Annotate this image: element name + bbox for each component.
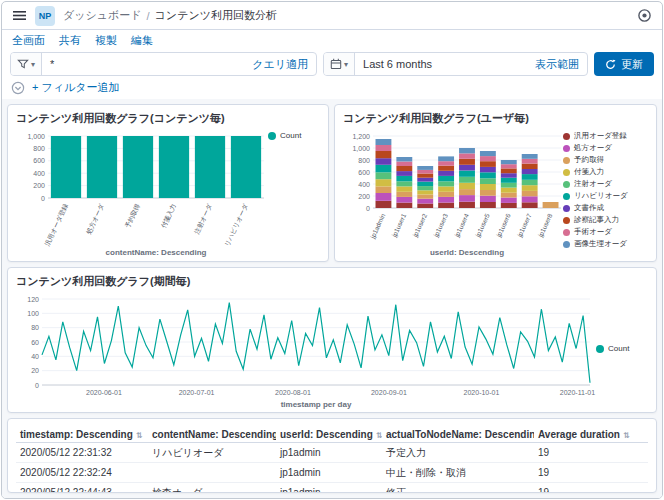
- bar-segment[interactable]: [480, 184, 496, 190]
- saved-query-menu-button[interactable]: ▾: [11, 53, 42, 75]
- bar-segment[interactable]: [376, 172, 392, 179]
- bar-segment[interactable]: [417, 166, 433, 170]
- table-row[interactable]: 2020/05/12 22:31:32リハビリオーダjp1admin予定入力19: [16, 443, 648, 463]
- bar-segment[interactable]: [417, 190, 433, 194]
- bar-segment[interactable]: [459, 153, 475, 158]
- bar-segment[interactable]: [376, 151, 392, 158]
- bar-segment[interactable]: [396, 186, 412, 191]
- bar-segment[interactable]: [522, 180, 538, 185]
- bar-segment[interactable]: [438, 171, 454, 176]
- bar-segment[interactable]: [480, 178, 496, 184]
- fullscreen-button[interactable]: 全画面: [12, 33, 45, 48]
- date-quick-menu-button[interactable]: ▾: [324, 53, 355, 75]
- bar-segment[interactable]: [522, 191, 538, 196]
- column-header[interactable]: contentName: Descending⇅: [148, 427, 276, 443]
- bar[interactable]: [87, 136, 117, 198]
- bar-segment[interactable]: [417, 182, 433, 187]
- user-menu-icon[interactable]: [637, 8, 652, 23]
- clone-button[interactable]: 複製: [95, 33, 117, 48]
- bar-segment[interactable]: [417, 204, 433, 209]
- time-range-value[interactable]: Last 6 months: [363, 58, 432, 70]
- apply-query-button[interactable]: クエリ適用: [252, 57, 308, 72]
- bar[interactable]: [231, 136, 261, 198]
- bar-segment[interactable]: [480, 161, 496, 167]
- bar-segment[interactable]: [417, 170, 433, 174]
- bar-segment[interactable]: [501, 198, 517, 203]
- bar-segment[interactable]: [480, 196, 496, 202]
- bar[interactable]: [123, 136, 153, 198]
- bar-segment[interactable]: [396, 157, 412, 162]
- legend-item[interactable]: 注射オーダ: [563, 179, 647, 189]
- bar-segment[interactable]: [522, 164, 538, 169]
- bar-segment[interactable]: [417, 174, 433, 178]
- bar-segment[interactable]: [459, 148, 475, 153]
- bar-segment[interactable]: [501, 183, 517, 188]
- bar-segment[interactable]: [459, 189, 475, 195]
- legend-item[interactable]: 文書作成: [563, 203, 647, 213]
- add-filter-button[interactable]: + フィルター追加: [32, 80, 120, 95]
- bar-segment[interactable]: [459, 159, 475, 165]
- bar-segment[interactable]: [501, 188, 517, 193]
- bar-segment[interactable]: [376, 158, 392, 165]
- bar-segment[interactable]: [522, 185, 538, 191]
- table-row[interactable]: 2020/05/12 22:44:43検査オーダjp1admin修正19: [16, 483, 648, 494]
- bar-segment[interactable]: [396, 162, 412, 167]
- bar-segment[interactable]: [396, 203, 412, 208]
- column-header[interactable]: timestamp: Descending⇅: [16, 427, 148, 443]
- legend-item[interactable]: リハビリオーダ: [563, 191, 647, 201]
- bar-segment[interactable]: [438, 203, 454, 208]
- bar-segment[interactable]: [438, 181, 454, 186]
- bar-segment[interactable]: [522, 159, 538, 164]
- bar-segment[interactable]: [459, 195, 475, 202]
- bar-segment[interactable]: [501, 168, 517, 173]
- legend-item[interactable]: 手術オーダ: [563, 227, 647, 237]
- bar-segment[interactable]: [522, 202, 538, 208]
- bar-segment[interactable]: [501, 178, 517, 183]
- legend-item[interactable]: 付箋入力: [563, 167, 647, 177]
- breadcrumb-dashboard[interactable]: ダッシュボード: [63, 8, 142, 23]
- bar-segment[interactable]: [417, 199, 433, 204]
- query-input[interactable]: *: [50, 58, 54, 70]
- legend-item[interactable]: Count: [268, 131, 320, 140]
- legend-item[interactable]: 処方オーダ: [563, 143, 647, 153]
- bar-segment[interactable]: [376, 139, 392, 145]
- bar-segment[interactable]: [522, 154, 538, 159]
- column-header[interactable]: Average duration⇅: [534, 427, 648, 443]
- bar-segment[interactable]: [417, 178, 433, 182]
- bar-segment[interactable]: [376, 193, 392, 201]
- bar-segment[interactable]: [501, 160, 517, 164]
- bar-segment[interactable]: [438, 166, 454, 171]
- edit-button[interactable]: 編集: [131, 33, 153, 48]
- bar-segment[interactable]: [376, 165, 392, 173]
- bar-segment[interactable]: [376, 145, 392, 151]
- bar-segment[interactable]: [459, 165, 475, 171]
- legend-item[interactable]: 予約取得: [563, 155, 647, 165]
- bar-segment[interactable]: [480, 202, 496, 208]
- bar-segment[interactable]: [522, 174, 538, 180]
- bar-segment[interactable]: [459, 171, 475, 177]
- bar-segment[interactable]: [438, 197, 454, 203]
- menu-icon[interactable]: [12, 9, 27, 22]
- legend-item[interactable]: 画像生理オーダ: [563, 239, 647, 249]
- bar-segment[interactable]: [501, 193, 517, 198]
- query-bar[interactable]: ▾ * クエリ適用: [10, 52, 317, 76]
- bar-segment[interactable]: [480, 156, 496, 161]
- bar-segment[interactable]: [396, 171, 412, 176]
- filter-options-button[interactable]: [11, 81, 25, 95]
- bar-segment[interactable]: [522, 169, 538, 174]
- bar-segment[interactable]: [376, 201, 392, 208]
- legend-item[interactable]: Count: [596, 344, 648, 353]
- refresh-button[interactable]: 更新: [594, 52, 654, 76]
- bar-segment[interactable]: [438, 156, 454, 161]
- bar-segment[interactable]: [480, 167, 496, 172]
- bar-segment[interactable]: [480, 172, 496, 178]
- bar[interactable]: [51, 136, 81, 198]
- legend-item[interactable]: 汎用オーダ登録: [563, 131, 647, 141]
- bar-segment[interactable]: [396, 176, 412, 181]
- bar-segment[interactable]: [438, 176, 454, 181]
- bar[interactable]: [195, 136, 225, 198]
- column-header[interactable]: actualToNodeName: Descending⇅: [382, 427, 534, 443]
- column-header[interactable]: userId: Descending⇅: [276, 427, 382, 443]
- bar-segment[interactable]: [376, 179, 392, 186]
- bar-segment[interactable]: [522, 196, 538, 202]
